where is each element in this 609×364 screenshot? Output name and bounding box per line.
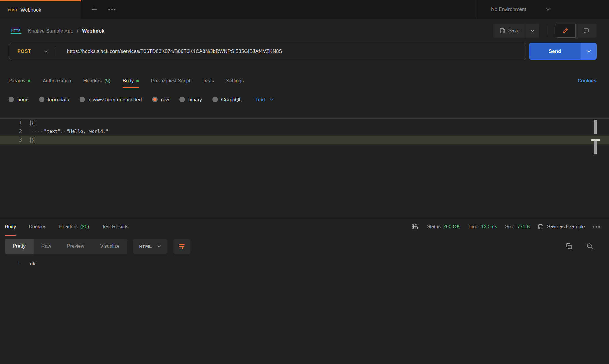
chevron-down-icon [546, 8, 600, 11]
time-badge: Time: 120 ms [468, 224, 497, 229]
breadcrumb: Knative Sample App / Webhook [28, 28, 104, 34]
request-header-row: HTTP Knative Sample App / Webhook Save [0, 19, 609, 43]
open-request-tab[interactable]: POST Webhook [0, 0, 81, 19]
body-type-row: none form-data x-www-form-urlencoded raw… [0, 93, 609, 106]
request-tab-bar: POST Webhook No Environment [0, 0, 609, 19]
radio-selected-icon [152, 97, 158, 102]
matched-brace: } [30, 137, 35, 143]
view-preview-button[interactable]: Preview [59, 239, 92, 254]
tab-label: Pre-request Script [151, 78, 190, 84]
editor-scrollbar-thumb[interactable] [594, 120, 597, 134]
tab-pre-request-script[interactable]: Pre-request Script [151, 74, 190, 88]
comments-button[interactable] [576, 24, 597, 38]
response-tab-headers[interactable]: Headers (20) [59, 217, 89, 236]
breadcrumb-separator: / [77, 28, 78, 34]
tab-request-name: Webhook [21, 7, 41, 13]
radio-icon [39, 97, 44, 102]
response-tab-cookies[interactable]: Cookies [29, 217, 46, 236]
response-tab-body[interactable]: Body [5, 217, 16, 236]
radio-label: form-data [48, 97, 69, 103]
request-body-editor[interactable]: 1 { 2 ····"text":·"Hello,·world." 3 } [0, 118, 609, 217]
view-visualize-button[interactable]: Visualize [92, 239, 128, 254]
chevron-down-icon [270, 98, 274, 101]
modified-dot [136, 80, 139, 82]
tab-label: Authorization [43, 78, 71, 84]
edit-documentation-button[interactable] [555, 24, 576, 38]
tab-label: Tests [203, 78, 214, 84]
response-section: Body Cookies Headers (20) Test Results [0, 217, 609, 267]
save-as-example-label: Save as Example [547, 224, 585, 229]
whitespace-dot: · [63, 129, 66, 134]
save-label: Save [508, 28, 519, 33]
line-number: 3 [0, 137, 22, 143]
new-tab-button[interactable] [91, 6, 97, 13]
radio-label: binary [188, 97, 202, 103]
environment-selector[interactable]: No Environment [477, 0, 609, 19]
editor-line-current[interactable]: 3 } [0, 136, 609, 144]
response-body[interactable]: 1 ok [0, 261, 609, 267]
body-type-graphql[interactable]: GraphQL [212, 97, 242, 103]
whitespace-dot: · [86, 129, 89, 134]
response-tab-test-results[interactable]: Test Results [102, 217, 128, 236]
tab-headers[interactable]: Headers (9) [83, 74, 111, 88]
response-text: ok [30, 261, 36, 267]
body-type-raw[interactable]: raw [152, 97, 169, 103]
view-pretty-button[interactable]: Pretty [5, 239, 34, 254]
search-icon [586, 243, 593, 250]
tab-label: Cookies [29, 224, 46, 229]
radio-icon [212, 97, 218, 102]
tab-authorization[interactable]: Authorization [43, 74, 71, 88]
copy-icon [566, 243, 572, 250]
tab-label: Headers [59, 224, 77, 229]
chevron-down-icon [586, 50, 591, 53]
breadcrumb-collection[interactable]: Knative Sample App [28, 28, 73, 34]
body-type-none[interactable]: none [9, 97, 29, 103]
plus-icon [91, 6, 97, 13]
save-button[interactable]: Save [493, 24, 526, 38]
raw-language-selector[interactable]: Text [255, 97, 274, 103]
tab-settings[interactable]: Settings [226, 74, 244, 88]
tab-label: Headers [83, 78, 102, 84]
method-selector[interactable]: POST [9, 49, 56, 54]
url-input[interactable] [56, 48, 526, 54]
more-options-icon [593, 226, 600, 228]
line-number: 2 [0, 129, 22, 134]
radio-label: GraphQL [221, 97, 242, 103]
request-url-row: POST Send [9, 43, 597, 60]
divider [547, 26, 547, 35]
url-box: POST [9, 43, 526, 60]
http-request-icon: HTTP [11, 28, 21, 33]
tab-options-button[interactable] [108, 9, 115, 10]
tab-body[interactable]: Body [123, 74, 139, 88]
send-options-button[interactable] [581, 43, 597, 60]
radio-icon [9, 97, 14, 102]
network-globe-lock-icon[interactable] [411, 223, 419, 231]
editor-line[interactable]: 2 ····"text":·"Hello,·world." [0, 127, 609, 136]
cookies-link[interactable]: Cookies [578, 78, 597, 84]
matched-brace: { [30, 120, 35, 126]
tab-params[interactable]: Params [9, 74, 30, 88]
body-type-x-www-form-urlencoded[interactable]: x-www-form-urlencoded [80, 97, 142, 103]
wrap-lines-button[interactable] [173, 239, 190, 254]
chevron-down-icon [157, 245, 161, 247]
tab-tests[interactable]: Tests [203, 74, 214, 88]
save-as-example-button[interactable]: Save as Example [538, 224, 585, 230]
copy-response-button[interactable] [566, 243, 572, 250]
save-options-button[interactable] [526, 24, 539, 38]
send-button[interactable]: Send [529, 43, 581, 60]
search-response-button[interactable] [586, 243, 593, 250]
body-type-form-data[interactable]: form-data [39, 97, 69, 103]
view-raw-button[interactable]: Raw [34, 239, 59, 254]
body-type-binary[interactable]: binary [179, 97, 202, 103]
response-options-button[interactable] [593, 226, 600, 228]
format-label: HTML [139, 244, 152, 249]
tab-method-label: POST [8, 8, 18, 12]
response-format-selector[interactable]: HTML [133, 239, 167, 254]
chevron-down-icon [44, 50, 48, 53]
radio-label: none [17, 97, 29, 103]
tab-count: (20) [80, 224, 89, 229]
tab-label: Settings [226, 78, 244, 84]
tab-label: Body [5, 224, 16, 229]
editor-line[interactable]: 1 { [0, 119, 609, 127]
modified-dot [28, 80, 30, 82]
